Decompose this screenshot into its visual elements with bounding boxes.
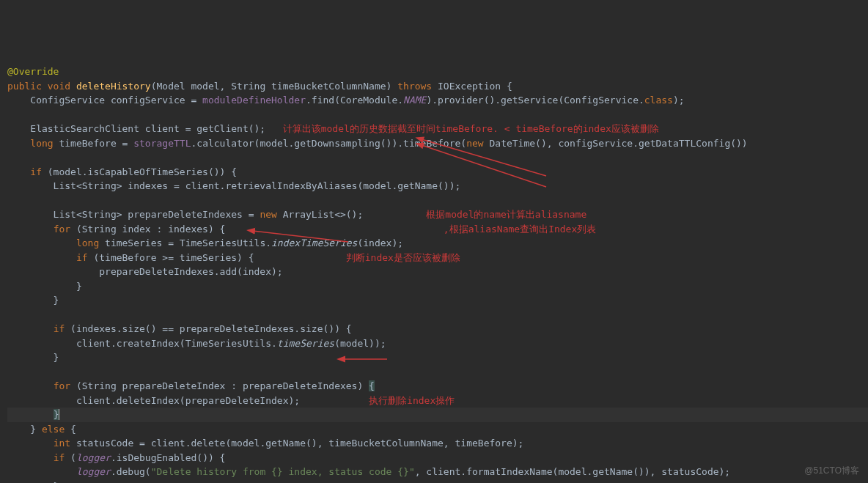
code: (model)); [334,338,386,349]
code: (String prepareDeleteIndex : prepareDele… [76,380,369,391]
string: "Delete history from {} index, status co… [151,466,415,477]
code: } [7,295,59,306]
code: timeSeries = TimeSeriesUtils. [99,237,271,248]
keyword: for [54,380,76,391]
keyword: public void [7,81,70,92]
code: ( [70,452,76,463]
annotation-note: 根据model的name计算出aliasname [426,209,586,220]
code [7,409,54,420]
keyword: long [30,138,53,149]
code: .find(CoreModule. [306,95,403,106]
annotation-note: ,根据aliasName查询出Index列表 [444,224,596,235]
code: List<String> indexes = client.retrievalI… [7,180,460,191]
keyword: class [644,95,673,106]
brace-match: { [369,380,375,391]
code [7,466,76,477]
code [7,452,54,463]
method-name: deleteHistory [76,81,151,92]
code [7,224,54,235]
code: (index); [357,237,403,248]
code: statusCode = client.delete(model.getName… [70,438,523,449]
watermark: @51CTO博客 [804,464,859,477]
code: (String index : indexes) { [76,224,226,235]
code [7,237,76,248]
static-method: indexTimeSeries [271,237,357,248]
code: } [7,352,59,363]
code [7,138,30,149]
keyword: throws [391,81,438,92]
code-editor[interactable]: @Override public void deleteHistory(Mode… [7,64,868,483]
code: .debug( [111,466,151,477]
annotation: @Override [7,66,59,77]
annotation-note: 判断index是否应该被删除 [346,252,460,263]
code [7,252,76,263]
keyword: long [76,237,99,248]
code [7,323,54,334]
code: (indexes.size() == prepareDeleteIndexes.… [70,323,352,334]
keyword: int [54,438,70,449]
code: List<String> prepareDeleteIndexes = [7,209,260,220]
field: storageTTL [133,138,191,149]
annotation-note: 执行删除index操作 [369,395,455,406]
code: timeBefore = [54,138,134,149]
code [7,380,54,391]
static-field: NAME [403,95,426,106]
field: logger [76,466,111,477]
field: logger [76,452,111,463]
annotation-note: 计算出该model的历史数据截至时间timeBefore. < timeBefo… [283,123,659,134]
keyword: new [466,138,489,149]
code [7,166,30,177]
keyword: new [260,209,282,220]
static-method: timeSeries [277,338,334,349]
code: IOException { [438,81,512,92]
code: { [70,424,76,435]
code: .calculator(model.getDownsampling()).tim… [191,138,466,149]
code: .isDebugEnabled()) { [111,452,226,463]
code: ); [673,95,685,106]
keyword: if [30,166,47,177]
keyword: if [54,323,70,334]
code: (model.isCapableOfTimeSeries()) { [48,166,237,177]
keyword: for [54,224,76,235]
code: ElasticSearchClient client = getClient()… [7,123,265,134]
code: (timeBefore >= timeSeries) { [93,252,254,263]
code: ConfigService configService = [7,95,202,106]
params: (Model model, String timeBucketColumnNam… [151,81,392,92]
keyword: else [42,424,70,435]
code: } [7,424,42,435]
keyword: if [54,452,70,463]
code: } [7,281,82,292]
code: ).provider().getService(ConfigService. [426,95,644,106]
code: prepareDeleteIndexes.add(index); [7,266,283,277]
code: ArrayList<>(); [283,209,364,220]
caret-line: } [7,408,868,422]
code: } [7,481,59,484]
code: client.createIndex(TimeSeriesUtils. [7,338,277,349]
code: , client.formatIndexName(model.getName()… [415,466,730,477]
field: moduleDefineHolder [202,95,306,106]
code: DateTime(), configService.getDataTTLConf… [489,138,747,149]
caret [59,409,59,420]
code: client.deleteIndex(prepareDeleteIndex); [7,395,300,406]
keyword: if [76,252,93,263]
code [7,438,54,449]
